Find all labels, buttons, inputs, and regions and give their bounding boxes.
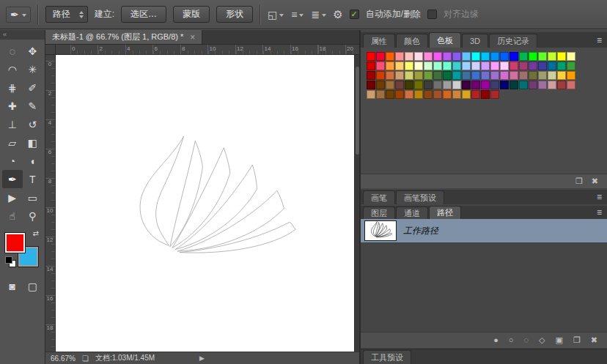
color-swatch[interactable] [414, 71, 423, 80]
color-swatch[interactable] [490, 81, 499, 89]
color-swatch[interactable] [452, 52, 461, 61]
swap-colors-icon[interactable]: ⇄ [33, 229, 39, 237]
gradient-tool[interactable]: ◧ [23, 133, 43, 152]
auto-add-checkbox[interactable]: ✓ [350, 10, 359, 19]
close-icon[interactable]: × [190, 32, 195, 42]
color-swatch[interactable] [414, 90, 423, 99]
color-swatch[interactable] [424, 81, 433, 89]
color-swatch[interactable] [529, 81, 537, 89]
blur-tool[interactable]: ◔ [2, 152, 23, 170]
color-swatch[interactable] [424, 62, 433, 70]
add-mask-icon[interactable]: ▣ [556, 336, 563, 344]
color-swatch[interactable] [433, 81, 442, 89]
tab-paths[interactable]: 路径 [429, 206, 461, 219]
elliptical-marquee-tool[interactable]: ◌ [2, 42, 23, 60]
screen-mode-icon[interactable]: ▢ [23, 277, 43, 295]
color-swatch[interactable] [529, 62, 537, 70]
color-swatch[interactable] [462, 62, 471, 70]
color-swatch[interactable] [376, 52, 385, 61]
lasso-tool[interactable]: ◠ [2, 60, 23, 78]
color-swatch[interactable] [548, 52, 556, 61]
color-swatch[interactable] [424, 71, 433, 80]
panel-menu-icon[interactable]: ≡ [597, 207, 602, 218]
color-swatch[interactable] [433, 90, 442, 99]
new-swatch-icon[interactable]: ❐ [575, 177, 583, 185]
color-swatch[interactable] [386, 81, 394, 89]
color-swatch[interactable] [538, 71, 547, 80]
color-swatch[interactable] [386, 62, 394, 70]
color-swatch[interactable] [548, 81, 556, 89]
color-swatch[interactable] [519, 52, 528, 61]
color-swatch[interactable] [386, 52, 394, 61]
color-swatch[interactable] [433, 62, 442, 70]
tab-color[interactable]: 颜色 [396, 34, 428, 48]
tab-channels[interactable]: 通道 [396, 207, 428, 219]
make-work-path-icon[interactable]: ◇ [539, 336, 545, 344]
color-swatch[interactable] [462, 52, 471, 61]
color-swatch[interactable] [405, 52, 413, 61]
color-swatch[interactable] [519, 62, 528, 70]
eraser-tool[interactable]: ▱ [2, 133, 23, 152]
color-swatch[interactable] [490, 90, 499, 99]
color-swatch[interactable] [481, 52, 490, 61]
color-swatch[interactable] [414, 62, 423, 70]
color-swatch[interactable] [567, 81, 575, 89]
color-swatch[interactable] [443, 62, 452, 70]
color-swatch[interactable] [367, 90, 375, 99]
color-swatch[interactable] [471, 81, 480, 89]
gear-icon[interactable]: ⚙ [333, 8, 342, 21]
color-swatch[interactable] [405, 71, 413, 80]
color-swatch[interactable] [462, 90, 471, 99]
foreground-color-swatch[interactable] [5, 233, 25, 253]
color-swatch[interactable] [500, 62, 509, 70]
ruler-horizontal[interactable]: 02468101214161820 [56, 45, 359, 55]
color-swatch[interactable] [529, 52, 537, 61]
delete-path-icon[interactable]: ✖ [591, 336, 597, 344]
work-path-row[interactable]: 工作路径 [361, 219, 607, 243]
color-swatch[interactable] [548, 62, 556, 70]
tab-history[interactable]: 历史记录 [489, 34, 537, 48]
color-swatch[interactable] [567, 71, 575, 80]
color-swatch[interactable] [509, 81, 518, 89]
delete-swatch-icon[interactable]: ✖ [592, 177, 598, 185]
color-swatch[interactable] [462, 71, 471, 80]
tool-preset-picker[interactable]: ✒ [6, 7, 31, 23]
color-swatch[interactable] [395, 62, 404, 70]
eyedropper-tool[interactable]: ✐ [23, 78, 43, 97]
path-selection-tool[interactable]: ▶ [2, 188, 23, 207]
crop-tool[interactable]: ⋕ [2, 78, 23, 97]
color-swatch[interactable] [538, 52, 547, 61]
zoom-tool[interactable]: ⚲ [23, 207, 43, 225]
color-swatch[interactable] [424, 90, 433, 99]
vertical-scrollbar[interactable] [354, 55, 359, 352]
shape-tool[interactable]: ▭ [23, 188, 43, 207]
color-swatch[interactable] [367, 62, 375, 70]
tab-brush-presets[interactable]: 画笔预设 [396, 190, 444, 204]
clone-stamp-tool[interactable]: ⊥ [2, 115, 23, 133]
fill-path-icon[interactable]: ● [493, 336, 499, 344]
color-swatch[interactable] [433, 71, 442, 80]
tab-tool-presets[interactable]: 工具预设 [363, 350, 411, 364]
color-swatch[interactable] [567, 62, 575, 70]
type-tool[interactable]: T [23, 170, 43, 188]
path-arrange-icon[interactable]: ≣ [311, 9, 320, 21]
tab-properties[interactable]: 属性 [363, 34, 395, 48]
quick-selection-tool[interactable]: ✳ [23, 60, 43, 78]
color-swatch[interactable] [376, 90, 385, 99]
color-swatch[interactable] [376, 81, 385, 89]
color-swatch[interactable] [395, 52, 404, 61]
color-swatch[interactable] [548, 71, 556, 80]
color-swatch[interactable] [557, 81, 566, 89]
color-swatch[interactable] [567, 52, 575, 61]
color-swatch[interactable] [500, 81, 509, 89]
color-swatch[interactable] [481, 62, 490, 70]
color-swatch[interactable] [405, 62, 413, 70]
color-swatch[interactable] [414, 52, 423, 61]
color-swatch[interactable] [490, 71, 499, 80]
color-swatch[interactable] [500, 71, 509, 80]
ruler-origin-corner[interactable] [45, 45, 56, 55]
color-swatch[interactable] [490, 62, 499, 70]
color-swatch[interactable] [481, 81, 490, 89]
color-swatch[interactable] [519, 81, 528, 89]
load-selection-icon[interactable]: ◌ [523, 336, 529, 344]
